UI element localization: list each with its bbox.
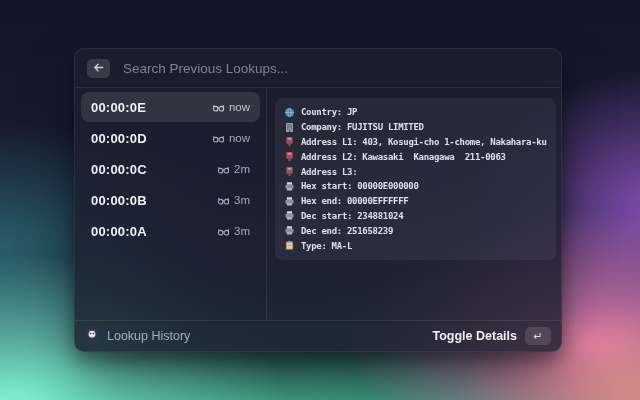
detail-row: Address L3: (284, 164, 547, 179)
time-label: 3m (234, 194, 250, 206)
toggle-details-button[interactable]: Toggle Details (432, 329, 517, 343)
lookup-extension-icon (85, 327, 99, 345)
back-button[interactable] (87, 59, 110, 78)
detail-value: JP (347, 107, 357, 117)
mac-address: 00:00:0B (91, 193, 147, 208)
footer-bar: Lookup History Toggle Details ↵ (75, 320, 561, 351)
globe-icon (284, 107, 295, 118)
printer-icon (284, 225, 295, 236)
search-header (75, 49, 561, 88)
detail-row: Dec end:251658239 (284, 223, 547, 238)
time-label: now (229, 132, 250, 144)
search-input[interactable] (121, 60, 549, 77)
office-building-icon (284, 122, 295, 133)
detail-label: Hex start: (301, 181, 352, 191)
glasses-icon (212, 133, 225, 144)
printer-icon (284, 196, 295, 207)
detail-label: Country: (301, 107, 342, 117)
mac-address: 00:00:0A (91, 224, 147, 239)
list-item[interactable]: 00:00:0C 2m (81, 154, 260, 184)
mac-address: 00:00:0D (91, 131, 147, 146)
glasses-icon (217, 195, 230, 206)
detail-row: Hex start:00000E000000 (284, 179, 547, 194)
postbox-icon (284, 166, 295, 177)
list-item[interactable]: 00:00:0E now (81, 92, 260, 122)
detail-label: Address L3: (301, 167, 357, 177)
printer-icon (284, 210, 295, 221)
postbox-icon (284, 151, 295, 162)
lookup-list: 00:00:0E now 00:00:0D now 00:00:0C 2m 00… (75, 88, 267, 320)
time-label: 3m (234, 225, 250, 237)
detail-column: Country:JP Company:FUJITSU LIMITED Addre… (267, 88, 564, 320)
detail-row: Company:FUJITSU LIMITED (284, 120, 547, 135)
detail-label: Address L1: (301, 137, 357, 147)
detail-value: FUJITSU LIMITED (347, 122, 424, 132)
detail-label: Hex end: (301, 196, 342, 206)
detail-label: Dec start: (301, 211, 352, 221)
mac-address: 00:00:0E (91, 100, 146, 115)
detail-row: Address L1:403, Kosugi-cho 1-chome, Naka… (284, 135, 547, 150)
detail-value: 234881024 (357, 211, 403, 221)
list-item[interactable]: 00:00:0A 3m (81, 216, 260, 246)
time-label: 2m (234, 163, 250, 175)
detail-value: Kawasaki Kanagawa 211-0063 (362, 152, 505, 162)
glasses-icon (217, 226, 230, 237)
glasses-icon (212, 102, 225, 113)
lookup-history-window: 00:00:0E now 00:00:0D now 00:00:0C 2m 00… (74, 48, 562, 352)
list-item[interactable]: 00:00:0D now (81, 123, 260, 153)
mac-address: 00:00:0C (91, 162, 147, 177)
detail-label: Company: (301, 122, 342, 132)
detail-value: 00000EFFFFFF (347, 196, 408, 206)
arrow-left-icon (92, 59, 105, 77)
glasses-icon (217, 164, 230, 175)
printer-icon (284, 181, 295, 192)
detail-row: Dec start:234881024 (284, 209, 547, 224)
detail-value: 00000E000000 (357, 181, 418, 191)
clipboard-icon (284, 240, 295, 251)
detail-value: 403, Kosugi-cho 1-chome, Nakahara-ku (362, 137, 546, 147)
detail-label: Dec end: (301, 226, 342, 236)
detail-row: Hex end:00000EFFFFFF (284, 194, 547, 209)
time-label: now (229, 101, 250, 113)
return-keycap[interactable]: ↵ (525, 327, 551, 345)
detail-value: 251658239 (347, 226, 393, 236)
detail-panel: Country:JP Company:FUJITSU LIMITED Addre… (275, 98, 556, 260)
postbox-icon (284, 136, 295, 147)
detail-label: Type: (301, 241, 327, 251)
detail-value: MA-L (332, 241, 352, 251)
detail-row: Type:MA-L (284, 238, 547, 253)
detail-label: Address L2: (301, 152, 357, 162)
app-label: Lookup History (107, 329, 190, 343)
content-area: 00:00:0E now 00:00:0D now 00:00:0C 2m 00… (75, 88, 561, 320)
list-item[interactable]: 00:00:0B 3m (81, 185, 260, 215)
detail-row: Address L2:Kawasaki Kanagawa 211-0063 (284, 149, 547, 164)
detail-row: Country:JP (284, 105, 547, 120)
